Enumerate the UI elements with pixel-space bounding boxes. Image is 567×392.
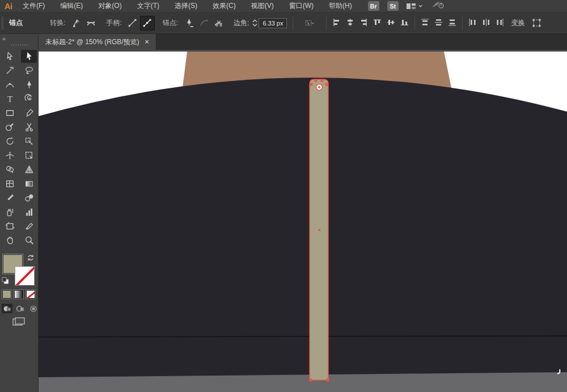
menu-view[interactable]: 视图(V) — [251, 1, 274, 11]
menu-help[interactable]: 帮助(H) — [329, 1, 352, 11]
convert-to-smooth-button[interactable] — [83, 16, 98, 31]
collapse-panel-button[interactable]: « — [0, 34, 38, 42]
hide-handles-button[interactable] — [125, 16, 140, 31]
swirl-tool[interactable] — [21, 92, 37, 105]
magic-wand-tool[interactable] — [2, 64, 18, 77]
workspace-switcher[interactable] — [407, 3, 423, 10]
distribute-top-button[interactable] — [421, 18, 429, 28]
transform-panel-link[interactable]: 变换 — [511, 18, 524, 28]
default-fill-stroke-icon[interactable] — [2, 276, 9, 287]
center-point-marker[interactable] — [319, 229, 321, 232]
convert-to-corner-button[interactable] — [69, 16, 83, 31]
align-middle-v-button[interactable] — [387, 18, 395, 28]
jacket-shape[interactable] — [39, 78, 567, 392]
distribute-right-button[interactable] — [496, 18, 504, 28]
anchor-point[interactable] — [321, 79, 324, 82]
distribute-center-h-button[interactable] — [482, 18, 490, 28]
connect-endpoints-button[interactable] — [196, 16, 211, 31]
workspace-icon — [407, 3, 416, 10]
tab-close-icon[interactable]: × — [145, 38, 149, 46]
gradient-button[interactable] — [14, 290, 23, 299]
gpu-performance-icon[interactable] — [431, 1, 445, 11]
scale-tool[interactable] — [21, 135, 37, 148]
rectangle-tool[interactable] — [2, 106, 18, 120]
distribute-center-v-button[interactable] — [434, 18, 443, 28]
pencil-tool[interactable] — [2, 121, 18, 134]
shape-builder-tool[interactable] — [2, 163, 18, 176]
menu-type[interactable]: 文字(T) — [137, 1, 159, 11]
column-graph-tool[interactable] — [21, 206, 37, 219]
align-options-button[interactable] — [529, 16, 544, 31]
anchor-point[interactable] — [315, 79, 318, 82]
distribute-bottom-button[interactable] — [448, 18, 456, 28]
eyedropper-tool[interactable] — [2, 191, 18, 204]
isolate-selection-button[interactable] — [299, 16, 320, 31]
draw-behind-button[interactable] — [15, 304, 26, 313]
blend-tool[interactable] — [21, 191, 37, 204]
hand-tool[interactable] — [2, 234, 18, 247]
free-transform-tool[interactable] — [21, 149, 37, 162]
perspective-grid-tool[interactable] — [21, 163, 37, 176]
paintbrush-tool[interactable] — [21, 106, 37, 120]
align-center-h-button[interactable] — [346, 18, 354, 28]
none-slash — [15, 266, 35, 286]
slice-tool[interactable] — [21, 220, 37, 233]
corner-label[interactable]: 边角: — [234, 18, 249, 28]
artwork[interactable] — [39, 50, 567, 392]
menu-select[interactable]: 选择(S) — [175, 1, 197, 11]
gradient-tool[interactable] — [21, 177, 37, 190]
menu-file[interactable]: 文件(F) — [23, 1, 45, 11]
align-top-button[interactable] — [373, 18, 382, 28]
anchor-point[interactable] — [327, 379, 329, 382]
distribute-left-button[interactable] — [468, 18, 477, 28]
draw-normal-button[interactable] — [2, 304, 12, 313]
align-left-button[interactable] — [332, 18, 341, 28]
zoom-tool[interactable] — [21, 234, 37, 247]
type-tool[interactable]: T — [2, 92, 18, 105]
distribute-vertical-group — [421, 18, 456, 28]
show-handles-button[interactable] — [140, 16, 155, 31]
pen-tool[interactable] — [21, 78, 37, 91]
illustrator-window: Ai 文件(F) 编辑(E) 对象(O) 文字(T) 选择(S) 效果(C) 视… — [0, 0, 567, 392]
distribute-horizontal-group — [468, 18, 504, 28]
menu-window[interactable]: 窗口(W) — [289, 1, 314, 11]
none-button[interactable] — [26, 290, 35, 299]
width-tool[interactable] — [2, 149, 18, 162]
bridge-button[interactable]: Br — [368, 1, 379, 11]
color-button[interactable] — [2, 290, 11, 299]
anchor-point[interactable] — [310, 83, 313, 86]
scissors-tool[interactable] — [21, 121, 37, 134]
screen-mode-button[interactable] — [12, 317, 25, 329]
corner-widget[interactable] — [316, 84, 323, 91]
stepper-up-icon[interactable] — [252, 19, 257, 23]
swap-fill-stroke-icon[interactable] — [27, 254, 35, 264]
stepper-down-icon[interactable] — [252, 23, 257, 27]
lasso-tool[interactable] — [21, 64, 37, 77]
stock-button[interactable]: St — [387, 1, 399, 11]
cut-path-button[interactable] — [211, 16, 226, 31]
selection-tool[interactable] — [21, 50, 37, 63]
panel-grip[interactable] — [2, 16, 3, 30]
document-tab[interactable]: 未标题-2* @ 150% (RGB/预览) × — [39, 34, 156, 50]
rotate-tool[interactable] — [2, 135, 18, 148]
corner-radius-input[interactable]: 6.33 px — [259, 18, 287, 28]
canvas-area[interactable] — [39, 50, 567, 392]
stroke-swatch[interactable] — [15, 266, 35, 286]
anchor-point[interactable] — [325, 83, 328, 86]
symbol-sprayer-tool[interactable] — [2, 206, 18, 219]
anchor-point[interactable] — [310, 379, 312, 382]
panel-drag-handle[interactable] — [11, 44, 28, 46]
align-right-button[interactable] — [359, 18, 368, 28]
draw-inside-button[interactable] — [28, 304, 39, 313]
mesh-tool[interactable] — [2, 177, 18, 190]
menu-object[interactable]: 对象(O) — [98, 1, 121, 11]
align-bottom-button[interactable] — [400, 18, 409, 28]
direct-selection-tool[interactable] — [2, 50, 18, 63]
remove-anchor-button[interactable] — [181, 16, 196, 31]
corner-stepper[interactable] — [252, 19, 257, 27]
curvature-tool[interactable] — [2, 78, 18, 91]
artboard-tool[interactable] — [2, 220, 18, 233]
separator — [414, 16, 415, 30]
menu-effect[interactable]: 效果(C) — [213, 1, 236, 11]
menu-edit[interactable]: 编辑(E) — [60, 1, 83, 11]
